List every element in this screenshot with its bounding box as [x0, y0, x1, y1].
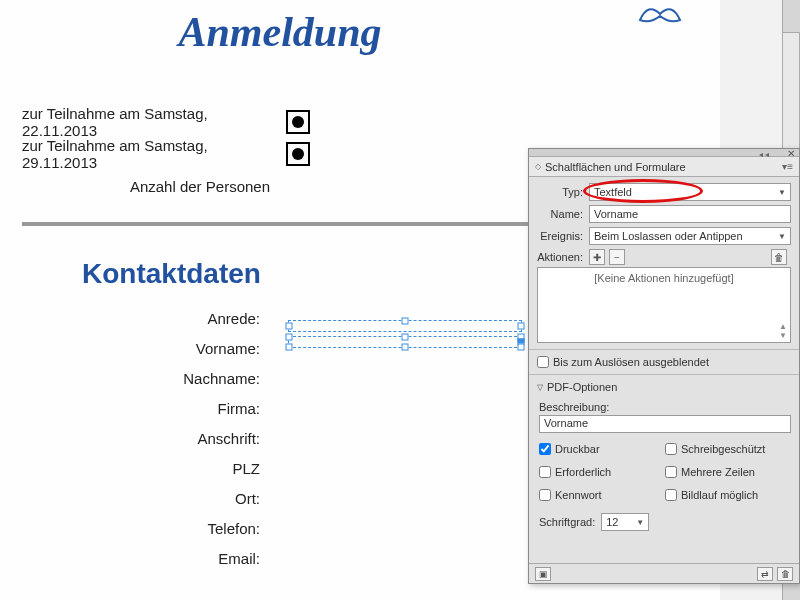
radio-samstag-29[interactable]	[286, 142, 310, 166]
value-ereignis: Beim Loslassen oder Antippen	[594, 230, 743, 242]
label-mehrere-zeilen: Mehrere Zeilen	[681, 466, 755, 478]
value-beschreibung: Vorname	[544, 417, 588, 429]
divider	[529, 349, 799, 350]
twisty-down-icon: ▽	[537, 383, 543, 392]
expand-icon[interactable]: ◇	[535, 162, 541, 171]
collapse-icon[interactable]: ◂◂	[759, 150, 771, 159]
label-vorname: Vorname:	[0, 334, 260, 364]
group-pdf-options[interactable]: ▽ PDF-Optionen	[537, 381, 791, 393]
label-anrede: Anrede:	[0, 304, 260, 334]
label-ereignis: Ereignis:	[537, 230, 589, 242]
form-field-anrede[interactable]	[288, 320, 522, 332]
contact-labels: Anrede: Vorname: Nachname: Firma: Anschr…	[0, 304, 260, 574]
panel-titlebar[interactable]: ◂◂ ✕	[529, 149, 799, 157]
row-ereignis: Ereignis: Beim Loslassen oder Antippen ▼	[537, 227, 791, 245]
checkbox-schreibgeschuetzt[interactable]	[665, 443, 677, 455]
trash-icon[interactable]: 🗑	[771, 249, 787, 265]
label-telefon: Telefon:	[0, 514, 260, 544]
reg-label-3: Anzahl der Personen	[22, 178, 280, 195]
row-typ: Typ: Textfeld ▼	[537, 183, 791, 201]
label-email: Email:	[0, 544, 260, 574]
input-beschreibung[interactable]: Vorname	[539, 415, 791, 433]
form-field-vorname-selected[interactable]	[288, 336, 522, 348]
label-schriftgrad: Schriftgrad:	[539, 516, 595, 528]
panel-tab[interactable]: ◇ Schaltflächen und Formulare ▾≡	[529, 157, 799, 177]
checkbox-bildlauf[interactable]	[665, 489, 677, 501]
value-typ: Textfeld	[594, 186, 632, 198]
label-kennwort: Kennwort	[555, 489, 601, 501]
label-typ: Typ:	[537, 186, 589, 198]
dropdown-typ[interactable]: Textfeld ▼	[589, 183, 791, 201]
row-name: Name: Vorname	[537, 205, 791, 223]
label-plz: PLZ	[0, 454, 260, 484]
registration-rows: zur Teilnahme am Samstag, 22.11.2013 zur…	[22, 106, 310, 202]
close-icon[interactable]: ✕	[787, 148, 795, 159]
chevron-down-icon: ▼	[636, 518, 644, 527]
value-name: Vorname	[594, 208, 638, 220]
page-title: Anmeldung	[0, 8, 560, 56]
panel-buttons-and-forms[interactable]: ◂◂ ✕ ◇ Schaltflächen und Formulare ▾≡ Ty…	[528, 148, 800, 584]
preview-icon[interactable]: ▣	[535, 567, 551, 581]
checkbox-druckbar[interactable]	[539, 443, 551, 455]
checkbox-erforderlich[interactable]	[539, 466, 551, 478]
remove-action-icon[interactable]: −	[609, 249, 625, 265]
add-action-icon[interactable]: ✚	[589, 249, 605, 265]
checkbox-mehrere-zeilen[interactable]	[665, 466, 677, 478]
row-aktionen: Aktionen: ✚ − 🗑	[537, 249, 791, 265]
reg-label-1: zur Teilnahme am Samstag, 22.11.2013	[22, 105, 280, 139]
dropdown-ereignis[interactable]: Beim Loslassen oder Antippen ▼	[589, 227, 791, 245]
radio-samstag-22[interactable]	[286, 110, 310, 134]
label-anschrift: Anschrift:	[0, 424, 260, 454]
chevron-down-icon: ▼	[778, 188, 786, 197]
checkbox-kennwort[interactable]	[539, 489, 551, 501]
input-name[interactable]: Vorname	[589, 205, 791, 223]
chevron-down-icon: ▼	[778, 232, 786, 241]
trash-icon[interactable]: 🗑	[777, 567, 793, 581]
label-nachname: Nachname:	[0, 364, 260, 394]
panel-footer: ▣ ⇄ 🗑	[529, 563, 799, 583]
label-hide-until-trigger: Bis zum Auslösen ausgeblendet	[553, 356, 709, 368]
label-aktionen: Aktionen:	[537, 251, 589, 263]
actions-list[interactable]: [Keine Aktionen hinzugefügt] ▲▼	[537, 267, 791, 343]
label-pdf-optionen: PDF-Optionen	[547, 381, 617, 393]
convert-icon[interactable]: ⇄	[757, 567, 773, 581]
label-druckbar: Druckbar	[555, 443, 600, 455]
label-schreibgeschuetzt: Schreibgeschützt	[681, 443, 765, 455]
panel-menu-icon[interactable]: ▾≡	[782, 161, 793, 172]
reorder-icon[interactable]: ▲▼	[779, 322, 787, 340]
no-actions-text: [Keine Aktionen hinzugefügt]	[538, 268, 790, 284]
checkbox-hide-until-trigger[interactable]	[537, 356, 549, 368]
value-schriftgrad: 12	[606, 516, 618, 528]
panel-tab-title: Schaltflächen und Formulare	[545, 161, 686, 173]
label-beschreibung: Beschreibung:	[539, 401, 791, 413]
label-name: Name:	[537, 208, 589, 220]
label-bildlauf: Bildlauf möglich	[681, 489, 758, 501]
reg-label-2: zur Teilnahme am Samstag, 29.11.2013	[22, 137, 280, 171]
label-firma: Firma:	[0, 394, 260, 424]
dropdown-schriftgrad[interactable]: 12 ▼	[601, 513, 649, 531]
label-ort: Ort:	[0, 484, 260, 514]
logo-butterfly	[630, 0, 690, 30]
divider	[529, 374, 799, 375]
section-kontaktdaten: Kontaktdaten	[82, 258, 261, 290]
label-erforderlich: Erforderlich	[555, 466, 611, 478]
